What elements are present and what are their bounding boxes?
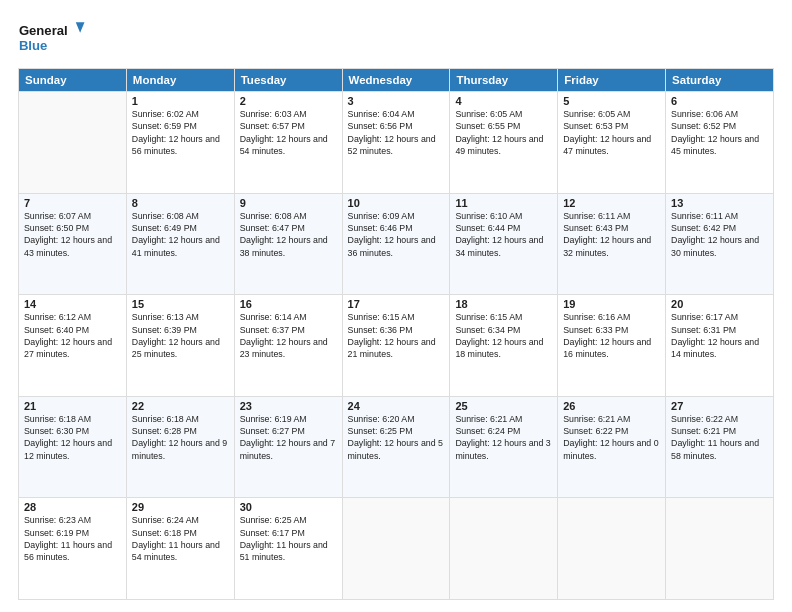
- day-number: 2: [240, 95, 337, 107]
- empty-cell: [558, 498, 666, 600]
- day-cell-2: 2Sunrise: 6:03 AMSunset: 6:57 PMDaylight…: [234, 92, 342, 194]
- day-cell-20: 20Sunrise: 6:17 AMSunset: 6:31 PMDayligh…: [666, 295, 774, 397]
- day-info: Sunrise: 6:24 AMSunset: 6:18 PMDaylight:…: [132, 514, 229, 563]
- logo-icon: General Blue: [18, 16, 88, 60]
- day-info: Sunrise: 6:18 AMSunset: 6:30 PMDaylight:…: [24, 413, 121, 462]
- day-number: 19: [563, 298, 660, 310]
- day-number: 9: [240, 197, 337, 209]
- day-number: 20: [671, 298, 768, 310]
- day-number: 7: [24, 197, 121, 209]
- day-cell-12: 12Sunrise: 6:11 AMSunset: 6:43 PMDayligh…: [558, 193, 666, 295]
- day-info: Sunrise: 6:15 AMSunset: 6:34 PMDaylight:…: [455, 311, 552, 360]
- day-number: 21: [24, 400, 121, 412]
- day-number: 1: [132, 95, 229, 107]
- day-info: Sunrise: 6:22 AMSunset: 6:21 PMDaylight:…: [671, 413, 768, 462]
- svg-text:Blue: Blue: [19, 38, 47, 53]
- day-cell-10: 10Sunrise: 6:09 AMSunset: 6:46 PMDayligh…: [342, 193, 450, 295]
- day-number: 8: [132, 197, 229, 209]
- day-cell-28: 28Sunrise: 6:23 AMSunset: 6:19 PMDayligh…: [19, 498, 127, 600]
- day-info: Sunrise: 6:06 AMSunset: 6:52 PMDaylight:…: [671, 108, 768, 157]
- day-info: Sunrise: 6:02 AMSunset: 6:59 PMDaylight:…: [132, 108, 229, 157]
- day-number: 5: [563, 95, 660, 107]
- day-info: Sunrise: 6:21 AMSunset: 6:24 PMDaylight:…: [455, 413, 552, 462]
- day-number: 10: [348, 197, 445, 209]
- day-cell-19: 19Sunrise: 6:16 AMSunset: 6:33 PMDayligh…: [558, 295, 666, 397]
- day-number: 17: [348, 298, 445, 310]
- day-number: 11: [455, 197, 552, 209]
- day-info: Sunrise: 6:17 AMSunset: 6:31 PMDaylight:…: [671, 311, 768, 360]
- week-row-2: 7Sunrise: 6:07 AMSunset: 6:50 PMDaylight…: [19, 193, 774, 295]
- day-info: Sunrise: 6:18 AMSunset: 6:28 PMDaylight:…: [132, 413, 229, 462]
- day-info: Sunrise: 6:13 AMSunset: 6:39 PMDaylight:…: [132, 311, 229, 360]
- day-cell-3: 3Sunrise: 6:04 AMSunset: 6:56 PMDaylight…: [342, 92, 450, 194]
- day-info: Sunrise: 6:19 AMSunset: 6:27 PMDaylight:…: [240, 413, 337, 462]
- weekday-header-thursday: Thursday: [450, 69, 558, 92]
- day-number: 29: [132, 501, 229, 513]
- day-info: Sunrise: 6:25 AMSunset: 6:17 PMDaylight:…: [240, 514, 337, 563]
- week-row-3: 14Sunrise: 6:12 AMSunset: 6:40 PMDayligh…: [19, 295, 774, 397]
- day-cell-29: 29Sunrise: 6:24 AMSunset: 6:18 PMDayligh…: [126, 498, 234, 600]
- weekday-header-sunday: Sunday: [19, 69, 127, 92]
- day-cell-14: 14Sunrise: 6:12 AMSunset: 6:40 PMDayligh…: [19, 295, 127, 397]
- weekday-header-wednesday: Wednesday: [342, 69, 450, 92]
- weekday-header-friday: Friday: [558, 69, 666, 92]
- day-number: 27: [671, 400, 768, 412]
- day-number: 14: [24, 298, 121, 310]
- calendar-table: SundayMondayTuesdayWednesdayThursdayFrid…: [18, 68, 774, 600]
- day-cell-24: 24Sunrise: 6:20 AMSunset: 6:25 PMDayligh…: [342, 396, 450, 498]
- day-cell-27: 27Sunrise: 6:22 AMSunset: 6:21 PMDayligh…: [666, 396, 774, 498]
- day-number: 24: [348, 400, 445, 412]
- day-info: Sunrise: 6:11 AMSunset: 6:43 PMDaylight:…: [563, 210, 660, 259]
- day-cell-25: 25Sunrise: 6:21 AMSunset: 6:24 PMDayligh…: [450, 396, 558, 498]
- week-row-5: 28Sunrise: 6:23 AMSunset: 6:19 PMDayligh…: [19, 498, 774, 600]
- day-info: Sunrise: 6:08 AMSunset: 6:49 PMDaylight:…: [132, 210, 229, 259]
- day-cell-16: 16Sunrise: 6:14 AMSunset: 6:37 PMDayligh…: [234, 295, 342, 397]
- weekday-header-saturday: Saturday: [666, 69, 774, 92]
- weekday-header-monday: Monday: [126, 69, 234, 92]
- day-info: Sunrise: 6:10 AMSunset: 6:44 PMDaylight:…: [455, 210, 552, 259]
- day-info: Sunrise: 6:23 AMSunset: 6:19 PMDaylight:…: [24, 514, 121, 563]
- day-cell-9: 9Sunrise: 6:08 AMSunset: 6:47 PMDaylight…: [234, 193, 342, 295]
- day-info: Sunrise: 6:03 AMSunset: 6:57 PMDaylight:…: [240, 108, 337, 157]
- day-number: 18: [455, 298, 552, 310]
- day-number: 3: [348, 95, 445, 107]
- day-number: 6: [671, 95, 768, 107]
- day-number: 12: [563, 197, 660, 209]
- day-number: 15: [132, 298, 229, 310]
- logo: General Blue: [18, 16, 88, 60]
- day-number: 28: [24, 501, 121, 513]
- day-info: Sunrise: 6:11 AMSunset: 6:42 PMDaylight:…: [671, 210, 768, 259]
- svg-marker-2: [76, 22, 85, 33]
- day-cell-30: 30Sunrise: 6:25 AMSunset: 6:17 PMDayligh…: [234, 498, 342, 600]
- day-info: Sunrise: 6:09 AMSunset: 6:46 PMDaylight:…: [348, 210, 445, 259]
- day-info: Sunrise: 6:05 AMSunset: 6:55 PMDaylight:…: [455, 108, 552, 157]
- day-cell-4: 4Sunrise: 6:05 AMSunset: 6:55 PMDaylight…: [450, 92, 558, 194]
- day-number: 25: [455, 400, 552, 412]
- day-number: 26: [563, 400, 660, 412]
- day-info: Sunrise: 6:16 AMSunset: 6:33 PMDaylight:…: [563, 311, 660, 360]
- day-info: Sunrise: 6:04 AMSunset: 6:56 PMDaylight:…: [348, 108, 445, 157]
- empty-cell: [666, 498, 774, 600]
- empty-cell: [342, 498, 450, 600]
- day-info: Sunrise: 6:14 AMSunset: 6:37 PMDaylight:…: [240, 311, 337, 360]
- svg-text:General: General: [19, 23, 68, 38]
- day-number: 16: [240, 298, 337, 310]
- day-cell-8: 8Sunrise: 6:08 AMSunset: 6:49 PMDaylight…: [126, 193, 234, 295]
- day-number: 13: [671, 197, 768, 209]
- day-cell-1: 1Sunrise: 6:02 AMSunset: 6:59 PMDaylight…: [126, 92, 234, 194]
- day-number: 4: [455, 95, 552, 107]
- day-info: Sunrise: 6:07 AMSunset: 6:50 PMDaylight:…: [24, 210, 121, 259]
- day-number: 23: [240, 400, 337, 412]
- page: General Blue SundayMondayTuesdayWednesda…: [0, 0, 792, 612]
- week-row-1: 1Sunrise: 6:02 AMSunset: 6:59 PMDaylight…: [19, 92, 774, 194]
- header: General Blue: [18, 16, 774, 60]
- day-cell-18: 18Sunrise: 6:15 AMSunset: 6:34 PMDayligh…: [450, 295, 558, 397]
- day-info: Sunrise: 6:20 AMSunset: 6:25 PMDaylight:…: [348, 413, 445, 462]
- day-number: 30: [240, 501, 337, 513]
- empty-cell: [450, 498, 558, 600]
- day-info: Sunrise: 6:15 AMSunset: 6:36 PMDaylight:…: [348, 311, 445, 360]
- day-info: Sunrise: 6:05 AMSunset: 6:53 PMDaylight:…: [563, 108, 660, 157]
- day-cell-26: 26Sunrise: 6:21 AMSunset: 6:22 PMDayligh…: [558, 396, 666, 498]
- day-cell-11: 11Sunrise: 6:10 AMSunset: 6:44 PMDayligh…: [450, 193, 558, 295]
- day-cell-13: 13Sunrise: 6:11 AMSunset: 6:42 PMDayligh…: [666, 193, 774, 295]
